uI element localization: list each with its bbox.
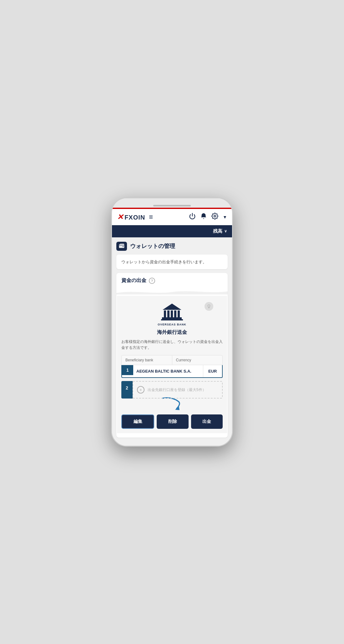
svg-rect-2 bbox=[119, 244, 124, 248]
row-2-badge: 2 bbox=[121, 381, 133, 399]
balance-bar[interactable]: 残高 ∨ bbox=[112, 225, 232, 237]
row-1-badge: 1 bbox=[122, 365, 133, 375]
page-title: ウォレットの管理 bbox=[130, 242, 175, 250]
info-card: ウォレットから資金の出金手続きを行います。 bbox=[116, 255, 228, 270]
svg-rect-5 bbox=[164, 310, 166, 317]
logo-area: ✕ FXOIN ≡ bbox=[117, 213, 153, 221]
info-text: ウォレットから資金の出金手続きを行います。 bbox=[121, 260, 207, 264]
balance-label: 残高 bbox=[213, 228, 222, 234]
add-bank-button[interactable]: + 出金先銀行口座を登録（最大5件） bbox=[133, 381, 223, 399]
bank-row-1[interactable]: 1 AEGEAN BALTIC BANK S.A. EUR bbox=[121, 365, 223, 378]
main-content: ウォレットの管理 ウォレットから資金の出金手続きを行います。 資金の出金 ? bbox=[112, 237, 232, 446]
bank-row-2-container: 2 + 出金先銀行口座を登録（最大5件） bbox=[121, 381, 223, 399]
phone-frame: ✕ FXOIN ≡ ▼ bbox=[111, 197, 233, 447]
bank-description: お客様指定の海外銀行に送金し、ウォレットの資金を出金入金する方法です。 bbox=[121, 339, 223, 351]
chevron-down-icon[interactable]: ▼ bbox=[223, 215, 227, 220]
bank-section-title: 海外銀行送金 bbox=[121, 329, 223, 336]
table-header: Beneficiary bank Currency bbox=[121, 355, 223, 365]
help-icon[interactable]: ? bbox=[149, 278, 155, 284]
overseas-bank-icon-area: OVERSEAS BANK bbox=[121, 302, 223, 326]
power-icon[interactable] bbox=[189, 213, 196, 221]
withdraw-button[interactable]: 出金 bbox=[191, 414, 223, 429]
svg-rect-10 bbox=[162, 317, 182, 319]
bank-name-1: AEGEAN BALTIC BANK S.A. bbox=[133, 365, 203, 377]
bank-section-label: OVERSEAS BANK bbox=[158, 323, 186, 326]
lightbulb-icon[interactable] bbox=[205, 302, 213, 311]
bank-selection-area: OVERSEAS BANK 海外銀行送金 お客様指定の海外銀行に送金し、ウォレッ… bbox=[117, 296, 227, 433]
currency-header: Currency bbox=[172, 355, 223, 365]
wave-divider bbox=[116, 288, 228, 295]
header-icons: ▼ bbox=[189, 213, 227, 221]
logo: ✕ FXOIN bbox=[117, 213, 145, 221]
beneficiary-bank-header: Beneficiary bank bbox=[122, 355, 172, 365]
arrow-indicator bbox=[121, 397, 223, 411]
svg-rect-9 bbox=[178, 310, 180, 317]
svg-rect-6 bbox=[167, 310, 169, 317]
phone-notch bbox=[112, 198, 232, 208]
svg-rect-7 bbox=[171, 310, 173, 317]
bank-building-icon bbox=[159, 302, 185, 322]
delete-button[interactable]: 削除 bbox=[157, 414, 188, 429]
balance-chevron-icon: ∨ bbox=[224, 229, 227, 233]
app-header: ✕ FXOIN ≡ ▼ bbox=[112, 209, 232, 225]
svg-marker-4 bbox=[163, 304, 181, 310]
add-circle-icon: + bbox=[137, 386, 144, 394]
page-title-row: ウォレットの管理 bbox=[116, 242, 228, 251]
svg-point-1 bbox=[214, 215, 216, 217]
wallet-icon bbox=[116, 242, 127, 251]
notch-bar bbox=[153, 205, 191, 206]
svg-rect-8 bbox=[174, 310, 176, 317]
action-buttons: 編集 削除 出金 bbox=[121, 414, 223, 429]
section-title: 資金の出金 bbox=[121, 277, 146, 284]
down-arrow-icon bbox=[159, 397, 185, 411]
section-title-row: 資金の出金 ? bbox=[121, 277, 223, 284]
add-bank-text: 出金先銀行口座を登録（最大5件） bbox=[148, 387, 206, 393]
svg-rect-3 bbox=[123, 246, 124, 247]
section-card: 資金の出金 ? bbox=[116, 273, 228, 438]
currency-1: EUR bbox=[203, 365, 222, 377]
svg-marker-12 bbox=[175, 406, 180, 410]
edit-button[interactable]: 編集 bbox=[121, 414, 154, 429]
bell-icon[interactable] bbox=[200, 213, 207, 221]
hamburger-menu-button[interactable]: ≡ bbox=[149, 213, 153, 221]
gear-icon[interactable] bbox=[211, 213, 218, 221]
svg-rect-11 bbox=[161, 319, 183, 320]
